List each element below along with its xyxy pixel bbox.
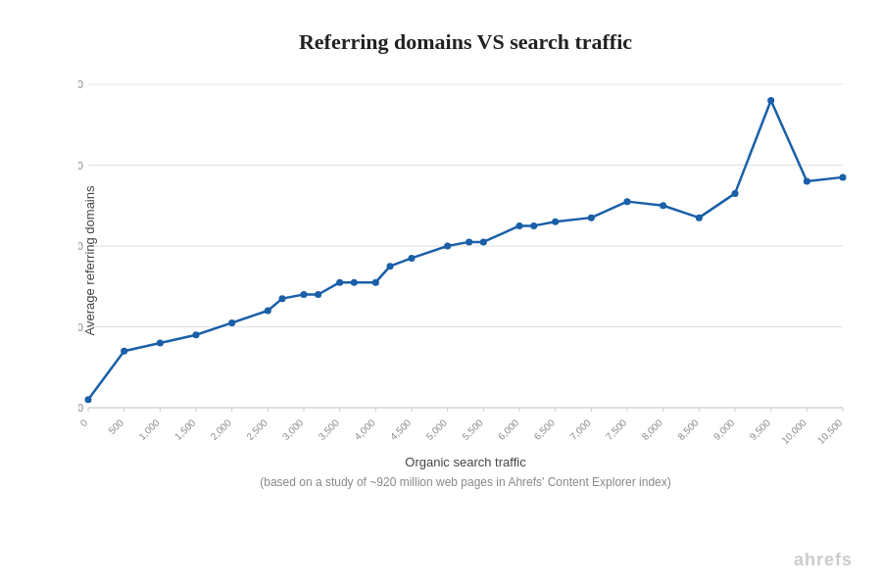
svg-text:2,500: 2,500	[244, 416, 270, 442]
svg-point-57	[157, 340, 164, 347]
svg-text:9,500: 9,500	[748, 416, 773, 442]
y-axis-label: Average referring domains	[82, 186, 97, 336]
svg-text:500: 500	[107, 416, 126, 436]
svg-point-80	[767, 97, 774, 104]
svg-point-82	[840, 173, 847, 180]
svg-point-60	[265, 308, 271, 315]
svg-point-71	[480, 238, 487, 245]
svg-point-70	[466, 238, 472, 245]
svg-text:7,000: 7,000	[567, 416, 593, 442]
svg-text:2,000: 2,000	[209, 416, 234, 442]
svg-point-75	[588, 215, 595, 221]
svg-text:5,500: 5,500	[460, 416, 485, 442]
svg-text:80: 80	[78, 78, 83, 90]
svg-text:6,000: 6,000	[496, 416, 521, 442]
svg-point-62	[301, 291, 308, 298]
svg-text:8,000: 8,000	[640, 416, 665, 442]
svg-point-59	[228, 319, 235, 326]
svg-text:0: 0	[78, 416, 90, 428]
chart-svg: 02040608005001,0001,5002,0002,5003,0003,…	[78, 74, 853, 447]
svg-text:10,500: 10,500	[815, 416, 845, 446]
svg-point-72	[516, 222, 523, 229]
svg-point-63	[315, 291, 321, 298]
svg-point-64	[336, 279, 343, 286]
svg-point-65	[351, 279, 358, 286]
svg-point-58	[193, 331, 200, 338]
svg-text:60: 60	[78, 160, 83, 172]
svg-point-67	[387, 263, 394, 270]
svg-text:10,000: 10,000	[779, 416, 808, 446]
svg-text:4,000: 4,000	[352, 416, 377, 442]
svg-point-81	[804, 178, 810, 185]
footer-note: (based on a study of ~920 million web pa…	[78, 475, 853, 489]
svg-point-74	[552, 219, 559, 225]
svg-text:1,000: 1,000	[136, 416, 162, 442]
svg-point-73	[530, 222, 537, 229]
chart-container: Referring domains VS search traffic Aver…	[0, 0, 882, 588]
svg-point-69	[444, 243, 451, 250]
svg-point-78	[696, 215, 703, 221]
svg-point-66	[372, 279, 379, 286]
svg-text:3,000: 3,000	[280, 416, 306, 442]
chart-area: Average referring domains 02040608005001…	[78, 74, 853, 447]
svg-point-68	[409, 255, 416, 262]
brand-label: ahrefs	[794, 550, 853, 570]
svg-text:8,500: 8,500	[675, 416, 701, 442]
svg-point-61	[279, 295, 286, 302]
x-axis-label: Organic search traffic	[78, 455, 853, 469]
svg-text:5,000: 5,000	[424, 416, 450, 442]
svg-text:7,500: 7,500	[604, 416, 629, 442]
svg-text:9,000: 9,000	[711, 416, 737, 442]
chart-title: Referring domains VS search traffic	[78, 29, 853, 55]
svg-point-77	[660, 202, 666, 209]
svg-text:0: 0	[78, 402, 83, 414]
svg-text:3,500: 3,500	[317, 416, 342, 442]
svg-text:6,500: 6,500	[532, 416, 558, 442]
svg-text:4,500: 4,500	[388, 416, 414, 442]
svg-point-79	[732, 190, 739, 197]
svg-point-55	[85, 396, 92, 403]
svg-text:1,500: 1,500	[172, 416, 198, 442]
svg-point-76	[624, 198, 631, 205]
svg-point-56	[121, 348, 127, 355]
